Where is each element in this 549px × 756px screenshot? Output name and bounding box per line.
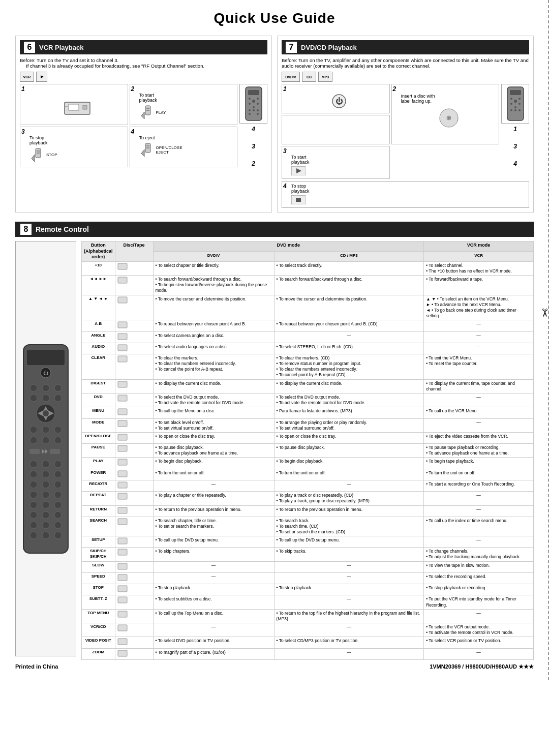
dvd-right-num-3: 3 [513,143,517,150]
svg-rect-102 [118,297,127,303]
table-cell-cd: • To select CD/MP3 position or TV positi… [274,637,424,648]
table-cell-dvd: — [153,623,274,637]
table-cell-cd: • To search track.• To search time. (CD)… [274,517,424,536]
table-cell-vcr: • To select the VCR output mode.• To act… [424,623,534,637]
svg-point-89 [42,501,49,508]
table-cell-vcr: — [424,320,534,331]
svg-rect-111 [118,434,127,440]
svg-rect-106 [118,356,127,362]
table-cell-cd: • To arrange the playing order or play r… [274,418,424,432]
svg-marker-15 [141,149,144,157]
table-cell-vcr: • To exit the VCR Menu.• To reset the ta… [424,354,534,380]
table-cell-button: TOP MENU [82,609,115,623]
svg-point-26 [257,109,259,111]
table-cell-dvd: • To select audio languages on a disc. [153,343,274,354]
svg-rect-105 [118,345,127,351]
table-cell-disc [115,595,153,609]
vcr-step-1-content [29,86,126,123]
dvd-step-1: 1 ⏻ [282,84,390,113]
table-cell-vcr: — [424,343,534,354]
table-cell-disc [115,343,153,354]
scissors-icon: ✂ [538,308,549,317]
dvd-step-2-label: Insert a disc withlabel facing up. [401,94,497,104]
svg-point-85 [30,491,37,498]
svg-point-43 [518,103,521,105]
right-num-3: 3 [252,143,255,150]
table-cell-vcr: • To stop playback or recording. [424,584,534,595]
svg-marker-7 [141,112,144,119]
table-cell-cd: • To open or close the disc tray. [274,432,424,443]
table-cell-disc [115,517,153,536]
table-cell-vcr: — [424,418,534,432]
table-cell-dvd: • To select chapter or title directly. [153,262,274,276]
svg-rect-5 [146,108,149,109]
table-cell-vcr: • To start a recording or One Touch Reco… [424,480,534,491]
svg-rect-127 [118,639,127,645]
svg-point-41 [518,98,521,100]
table-cell-vcr: • To turn the unit on or off. [424,469,534,480]
table-cell-button: MODE [82,418,115,432]
table-cell-dvd: • To select the DVD output mode.• To act… [153,394,274,407]
dvd-play-icon [291,166,387,176]
table-cell-dvd: • To select DVD position or TV position. [153,637,274,648]
table-cell-button: SEARCH [82,517,115,536]
remote-svg-dvd [505,86,526,122]
table-cell-dvd: • To select camera angles on a disc. [153,331,274,343]
remote-table-body: +10• To select chapter or title directly… [82,262,534,660]
table-cell-cd: • To select track directly. [274,262,424,276]
table-cell-button: VIDEO POSIT [82,637,115,648]
table-cell-dvd: • To clear the markers.• To clear the nu… [153,354,274,380]
table-row: REPEAT• To play a chapter or title repea… [82,492,534,505]
svg-point-96 [54,522,62,529]
table-cell-disc [115,320,153,331]
table-cell-cd: • To move the cursor and determine its p… [274,295,424,320]
table-row: PLAY• To begin disc playback.• To begin … [82,458,534,469]
svg-rect-49 [296,198,301,202]
eject-remote-icon [139,142,155,158]
page: Quick Use Guide 6 VCR Playback Before: T… [0,0,549,680]
svg-rect-107 [118,381,127,387]
table-row: ANGLE• To select camera angles on a disc… [82,331,534,343]
svg-rect-104 [118,334,127,340]
svg-rect-108 [118,395,127,401]
svg-point-77 [42,461,49,468]
table-row: STOP• To stop playback.• To stop playbac… [82,584,534,595]
vcr-step-4: 4 To eject OPEN/CLOSEEJECT [130,127,238,168]
svg-point-45 [510,109,512,111]
dvd-right-numbers: 1 3 4 [501,126,529,179]
table-cell-button: VCR/CD [82,623,115,637]
section-8-header: 8 Remote Control [15,222,534,237]
section-6-label: VCR Playback [39,44,83,51]
table-cell-disc [115,648,153,659]
dvd-icon-small: ▶ [36,72,47,82]
table-cell-cd: — [274,572,424,584]
table-cell-dvd: • To turn the unit on or off. [153,469,274,480]
svg-point-90 [54,501,62,508]
svg-rect-112 [118,445,127,451]
svg-rect-125 [118,611,127,617]
table-cell-disc [115,492,153,505]
table-cell-cd: • To select the DVD output mode.• To act… [274,394,424,407]
svg-rect-17 [248,90,259,95]
svg-rect-121 [118,563,127,569]
table-row: OPEN/CLOSE• To open or close the disc tr… [82,432,534,443]
vcr-remote-image [239,84,267,124]
svg-point-68 [54,426,62,433]
dvd-step-3: 3 To startplayback [282,146,390,179]
table-cell-vcr: — [424,648,534,659]
table-header-button: Button(Alphabetical order) [82,241,115,262]
table-cell-cd: • To turn the unit on or off. [274,469,424,480]
table-row: REC/OTR——• To start a recording or One T… [82,480,534,491]
svg-point-55 [42,384,49,391]
vcr-icons-row: VCR ▶ [20,72,267,82]
dvd-remote-image [501,84,529,124]
footer-left: Printed in China [15,663,58,670]
svg-rect-126 [118,625,127,631]
table-cell-disc [115,295,153,320]
table-cell-dvd: • To call up the DVD setup menu. [153,536,274,548]
table-cell-cd: — [274,480,424,491]
table-row: MENU• To call up the Menu on a disc.• Pa… [82,407,534,418]
table-cell-vcr: — [424,331,534,343]
table-cell-dvd: • To magnify part of a picture. (x2/x4) [153,648,274,659]
svg-point-27 [249,113,251,115]
